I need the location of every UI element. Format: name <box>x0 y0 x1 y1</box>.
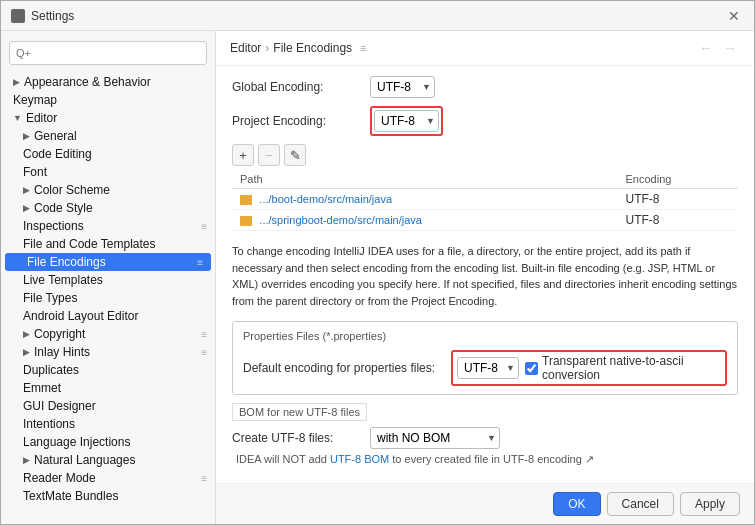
sidebar-item-code-editing[interactable]: Code Editing <box>1 145 215 163</box>
sidebar-item-editor[interactable]: ▼ Editor <box>1 109 215 127</box>
expand-icon: ▶ <box>23 347 30 357</box>
global-encoding-select[interactable]: UTF-8 <box>370 76 435 98</box>
sidebar-item-android-layout-editor[interactable]: Android Layout Editor <box>1 307 215 325</box>
nav-back-button[interactable]: ← <box>696 38 716 58</box>
path-text: .../boot-demo/src/main/java <box>259 193 392 205</box>
sidebar-item-label: Editor <box>26 111 57 125</box>
table-row[interactable]: .../boot-demo/src/main/java UTF-8 <box>232 189 738 210</box>
bom-row: Create UTF-8 files: with NO BOM ▼ <box>232 427 738 449</box>
sidebar-item-natural-languages[interactable]: ▶ Natural Languages <box>1 451 215 469</box>
sidebar-item-label: TextMate Bundles <box>23 489 118 503</box>
nav-badge: ≡ <box>197 257 203 268</box>
table-cell-encoding: UTF-8 <box>618 189 738 210</box>
sidebar-item-general[interactable]: ▶ General <box>1 127 215 145</box>
bom-section: BOM for new UTF-8 files Create UTF-8 fil… <box>232 403 738 466</box>
sidebar-item-label: Font <box>23 165 47 179</box>
ok-button[interactable]: OK <box>553 492 600 516</box>
project-encoding-label: Project Encoding: <box>232 114 362 128</box>
table-row[interactable]: .../springboot-demo/src/main/java UTF-8 <box>232 210 738 231</box>
sidebar-item-inlay-hints[interactable]: ▶ Inlay Hints ≡ <box>1 343 215 361</box>
sidebar-item-label: Natural Languages <box>34 453 135 467</box>
sidebar-item-appearance[interactable]: ▶ Appearance & Behavior <box>1 73 215 91</box>
apply-button[interactable]: Apply <box>680 492 740 516</box>
sidebar-item-color-scheme[interactable]: ▶ Color Scheme <box>1 181 215 199</box>
sidebar-item-emmet[interactable]: Emmet <box>1 379 215 397</box>
info-text: To change encoding IntelliJ IDEA uses fo… <box>232 239 738 313</box>
sidebar-item-intentions[interactable]: Intentions <box>1 415 215 433</box>
sidebar-item-file-types[interactable]: File Types <box>1 289 215 307</box>
close-button[interactable]: ✕ <box>724 8 744 24</box>
default-encoding-select[interactable]: UTF-8 <box>457 357 519 379</box>
create-utf8-select[interactable]: with NO BOM <box>370 427 500 449</box>
sidebar-item-language-injections[interactable]: Language Injections <box>1 433 215 451</box>
expand-icon: ▶ <box>23 185 30 195</box>
remove-path-button[interactable]: − <box>258 144 280 166</box>
sidebar-item-label: Duplicates <box>23 363 79 377</box>
breadcrumb: Editor › File Encodings ≡ <box>230 41 367 55</box>
global-encoding-row: Global Encoding: UTF-8 ▼ <box>232 76 738 98</box>
search-box[interactable] <box>9 41 207 65</box>
sidebar-item-label: Language Injections <box>23 435 130 449</box>
table-header-path: Path <box>232 170 618 189</box>
transparent-checkbox-wrapper: Transparent native-to-ascii conversion <box>525 354 721 382</box>
sidebar-item-reader-mode[interactable]: Reader Mode ≡ <box>1 469 215 487</box>
project-encoding-highlight: UTF-8 ▼ <box>370 106 443 136</box>
expand-icon: ▶ <box>23 329 30 339</box>
sidebar-item-file-encodings[interactable]: File Encodings ≡ <box>5 253 211 271</box>
project-encoding-wrapper: UTF-8 ▼ <box>374 110 439 132</box>
settings-window: Settings ✕ ▶ Appearance & Behavior Keyma… <box>0 0 755 525</box>
properties-row: Default encoding for properties files: U… <box>243 350 727 386</box>
breadcrumb-icon: ≡ <box>360 42 366 54</box>
properties-highlight-box: UTF-8 ▼ Transparent native-to-ascii conv… <box>451 350 727 386</box>
content-area: ▶ Appearance & Behavior Keymap ▼ Editor … <box>1 31 754 524</box>
footer-buttons: OK Cancel Apply <box>216 483 754 524</box>
properties-section: Properties Files (*.properties) Default … <box>232 321 738 395</box>
sidebar-item-textmate-bundles[interactable]: TextMate Bundles <box>1 487 215 505</box>
sidebar-item-label: Keymap <box>13 93 57 107</box>
sidebar-item-code-style[interactable]: ▶ Code Style <box>1 199 215 217</box>
bom-note: IDEA will NOT add UTF-8 BOM to every cre… <box>232 453 738 466</box>
sidebar-item-live-templates[interactable]: Live Templates <box>1 271 215 289</box>
title-bar-left: Settings <box>11 9 74 23</box>
add-path-button[interactable]: + <box>232 144 254 166</box>
sidebar-item-inspections[interactable]: Inspections ≡ <box>1 217 215 235</box>
sidebar: ▶ Appearance & Behavior Keymap ▼ Editor … <box>1 31 216 524</box>
sidebar-item-font[interactable]: Font <box>1 163 215 181</box>
sidebar-item-label: Appearance & Behavior <box>24 75 151 89</box>
cancel-button[interactable]: Cancel <box>607 492 674 516</box>
breadcrumb-parent: Editor <box>230 41 261 55</box>
sidebar-item-keymap[interactable]: Keymap <box>1 91 215 109</box>
default-encoding-label: Default encoding for properties files: <box>243 361 443 375</box>
sidebar-item-file-code-templates[interactable]: File and Code Templates <box>1 235 215 253</box>
bom-title: BOM for new UTF-8 files <box>232 403 367 421</box>
folder-icon <box>240 195 252 205</box>
sidebar-item-gui-designer[interactable]: GUI Designer <box>1 397 215 415</box>
search-input[interactable] <box>16 47 200 59</box>
edit-path-button[interactable]: ✎ <box>284 144 306 166</box>
nav-arrows: ← → <box>696 38 740 58</box>
project-encoding-select[interactable]: UTF-8 <box>374 110 439 132</box>
sidebar-item-label: File and Code Templates <box>23 237 156 251</box>
project-encoding-row: Project Encoding: UTF-8 ▼ <box>232 106 738 136</box>
folder-icon <box>240 216 252 226</box>
main-panel: Editor › File Encodings ≡ ← → Global Enc… <box>216 31 754 524</box>
nav-forward-button[interactable]: → <box>720 38 740 58</box>
default-encoding-wrapper: UTF-8 ▼ <box>457 357 519 379</box>
sidebar-item-label: Live Templates <box>23 273 103 287</box>
expand-icon: ▶ <box>23 203 30 213</box>
sidebar-item-label: Code Style <box>34 201 93 215</box>
sidebar-item-duplicates[interactable]: Duplicates <box>1 361 215 379</box>
sidebar-item-label: GUI Designer <box>23 399 96 413</box>
sidebar-item-copyright[interactable]: ▶ Copyright ≡ <box>1 325 215 343</box>
breadcrumb-separator: › <box>265 41 269 55</box>
transparent-checkbox[interactable] <box>525 362 538 375</box>
sidebar-item-label: Reader Mode <box>23 471 96 485</box>
breadcrumb-bar: Editor › File Encodings ≡ ← → <box>216 31 754 66</box>
sidebar-item-label: Intentions <box>23 417 75 431</box>
bom-link[interactable]: UTF-8 BOM <box>330 453 389 465</box>
sidebar-item-label: Code Editing <box>23 147 92 161</box>
sidebar-item-label: Android Layout Editor <box>23 309 138 323</box>
nav-badge: ≡ <box>201 347 207 358</box>
expand-icon: ▶ <box>23 131 30 141</box>
expand-icon: ▶ <box>13 77 20 87</box>
